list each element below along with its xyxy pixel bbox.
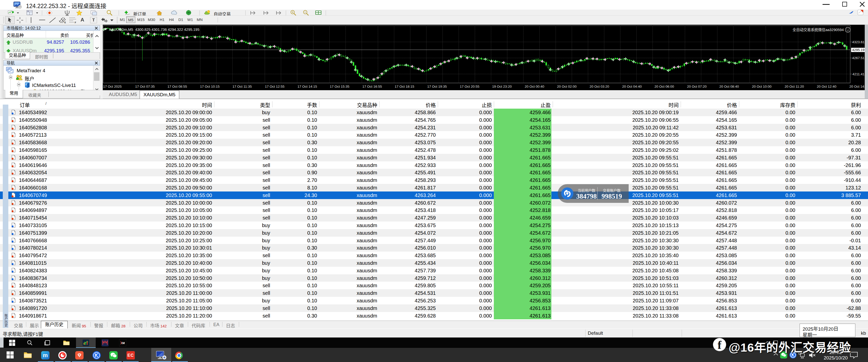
svg-text:4323.61: 4323.61 bbox=[852, 40, 865, 44]
svg-text:17 Oct 18:15: 17 Oct 18:15 bbox=[395, 85, 414, 88]
svg-text:17 Oct 07:35: 17 Oct 07:35 bbox=[135, 85, 155, 88]
svg-text:20 Oct 11:20: 20 Oct 11:20 bbox=[785, 85, 804, 88]
svg-text:4267.51: 4267.51 bbox=[852, 56, 865, 60]
svg-text:19 Oct 23:20: 19 Oct 23:20 bbox=[492, 85, 512, 88]
svg-text:20 Oct 10:00: 20 Oct 10:00 bbox=[752, 85, 771, 88]
svg-text:20 Oct 03:20: 20 Oct 03:20 bbox=[590, 85, 609, 88]
svg-text:4295.19: 4295.19 bbox=[852, 48, 865, 52]
svg-text:17 Oct 12:55: 17 Oct 12:55 bbox=[265, 85, 284, 88]
svg-text:20 Oct 12:40: 20 Oct 12:40 bbox=[817, 85, 836, 88]
svg-text:17 Oct 16:55: 17 Oct 16:55 bbox=[362, 85, 382, 88]
svg-text:F: F bbox=[75, 21, 76, 24]
svg-text:17 Oct 19:35: 17 Oct 19:35 bbox=[427, 85, 446, 88]
svg-text:20 Oct 06:00: 20 Oct 06:00 bbox=[654, 85, 674, 88]
svg-text:20 Oct 08:40: 20 Oct 08:40 bbox=[719, 85, 739, 88]
svg-text:17 Oct 08:55: 17 Oct 08:55 bbox=[167, 85, 187, 88]
svg-text:4211.41: 4211.41 bbox=[852, 72, 865, 76]
svg-text:20 Oct 04:40: 20 Oct 04:40 bbox=[622, 85, 642, 88]
svg-text:20 Oct 00:40: 20 Oct 00:40 bbox=[525, 85, 544, 88]
svg-text:20 Oct 07:20: 20 Oct 07:20 bbox=[687, 85, 706, 88]
svg-text:E: E bbox=[64, 21, 66, 24]
svg-text:17 Oct 11:35: 17 Oct 11:35 bbox=[232, 85, 252, 88]
svg-text:17 Oct 20:55: 17 Oct 20:55 bbox=[460, 85, 479, 88]
svg-text:17 Oct 2025: 17 Oct 2025 bbox=[103, 85, 122, 88]
svg-text:17 Oct 14:15: 17 Oct 14:15 bbox=[298, 85, 317, 88]
svg-text:XAUUSDm,M5 4300.825 4301.736: XAUUSDm,M5 4300.825 4301.736 4294.322 42… bbox=[109, 28, 199, 32]
svg-text:全自动交易系统微信aa3290594: 全自动交易系统微信aa3290594 bbox=[793, 28, 844, 32]
svg-text:20 Oct 02:00: 20 Oct 02:00 bbox=[557, 85, 577, 88]
svg-text:17 Oct 15:35: 17 Oct 15:35 bbox=[330, 85, 349, 88]
svg-text:17 Oct 10:15: 17 Oct 10:15 bbox=[200, 85, 219, 88]
